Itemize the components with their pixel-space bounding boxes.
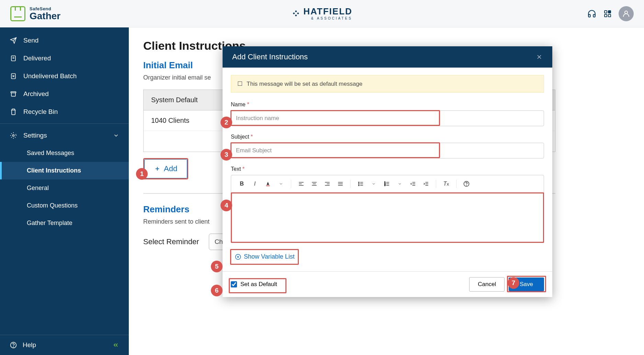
headset-icon[interactable] [587,9,597,19]
archive-icon [10,90,17,98]
file-icon [10,55,17,62]
sidebar-item-gather-template[interactable]: Gather Template [0,214,129,232]
sidebar-item-label: Undelivered Batch [23,72,77,80]
text-label: Text * [231,166,544,172]
company-name: HATFIELD [303,7,352,16]
clear-format-button[interactable]: Tx [441,179,451,189]
callout-badge-2: 2 [221,117,232,128]
subject-label: Subject * [231,134,544,140]
outdent-button[interactable] [408,179,418,189]
help-button[interactable] [461,179,472,189]
sidebar-item-settings[interactable]: Settings [0,127,129,144]
svg-text:3: 3 [384,184,385,186]
sidebar-item-send[interactable]: Send [0,32,129,49]
subject-input[interactable] [231,143,544,158]
chevron-down-icon [113,132,119,139]
dropdown-icon[interactable] [395,179,405,189]
align-justify-button[interactable] [335,179,346,189]
callout-badge-1: 1 [136,168,148,180]
italic-button[interactable]: I [250,179,260,189]
indent-button[interactable] [421,179,431,189]
svg-rect-1 [608,11,611,13]
gather-logo-icon [10,6,25,21]
sidebar-item-recycle[interactable]: Recycle Bin [0,103,129,121]
sidebar-item-archived[interactable]: Archived [0,85,129,103]
callout-badge-5: 5 [211,261,223,272]
svg-point-32 [359,182,359,182]
modal-title: Add Client Instructions [232,52,308,61]
sidebar-item-client-instructions[interactable]: Client Instructions [0,162,129,179]
svg-rect-2 [605,14,607,17]
help-icon [10,341,17,349]
rich-text-editor: B I 123 Tx [231,175,544,243]
dropdown-icon[interactable] [369,179,379,189]
apps-icon[interactable] [603,9,612,19]
align-left-button[interactable] [296,179,306,189]
svg-point-51 [466,185,467,186]
cancel-button[interactable]: Cancel [469,277,505,292]
modal-footer: Set as Default Cancel Save [223,271,552,297]
name-label: Name * [231,102,544,108]
select-reminder-label: Select Reminder [143,237,199,246]
sidebar-item-label: Settings [23,132,47,139]
callout-badge-4: 4 [221,200,232,211]
sidebar-item-general[interactable]: General [0,179,129,197]
callout-badge-7: 7 [508,277,519,289]
bullet-list-button[interactable] [355,179,366,189]
add-button-label: Add [164,164,177,173]
add-client-instructions-modal: Add Client Instructions ☐ This message w… [223,46,552,297]
set-default-checkbox[interactable] [231,281,237,287]
set-default-label: Set as Default [240,281,277,288]
sidebar-item-custom-questions[interactable]: Custom Questions [0,197,129,214]
svg-point-34 [359,185,359,186]
sidebar-item-saved-messages[interactable]: Saved Messages [0,144,129,162]
editor-textarea[interactable] [231,193,544,242]
trash-icon [10,108,17,116]
callout-badge-3: 3 [221,149,232,161]
editor-toolbar: B I 123 Tx [231,175,544,193]
gear-icon [10,132,17,139]
align-center-button[interactable] [309,179,319,189]
sidebar-item-label: Custom Questions [27,202,78,209]
sidebar-item-label: General [27,185,49,192]
show-variable-list-link[interactable]: Show Variable List [231,250,299,264]
company-tagline: & ASSOCIATES [303,16,352,20]
bold-button[interactable]: B [237,179,247,189]
sidebar-item-label: Saved Messages [27,150,74,157]
user-avatar[interactable] [619,6,634,21]
close-icon[interactable] [536,54,543,60]
plus-circle-icon [235,254,241,260]
app-logo: SafeSend Gather [10,6,60,21]
sidebar-item-label: Client Instructions [27,167,81,174]
number-list-button[interactable]: 123 [382,179,392,189]
callout-add-wrapper: Add [143,158,188,179]
svg-rect-11 [11,92,16,93]
svg-rect-0 [605,11,607,13]
text-color-button[interactable] [263,179,273,189]
align-right-button[interactable] [322,179,332,189]
sidebar-item-label: Gather Template [27,220,72,227]
sidebar: Send Delivered Undelivered Batch Archive… [0,27,129,355]
help-link[interactable]: Help [23,341,36,349]
add-button[interactable]: Add [144,159,187,178]
sidebar-item-delivered[interactable]: Delivered [0,49,129,67]
callout-box-4 [231,192,544,243]
sidebar-item-label: Delivered [23,55,51,62]
dropdown-icon[interactable] [276,179,286,189]
sidebar-footer: Help [0,335,129,355]
svg-point-33 [359,184,359,184]
svg-rect-19 [266,186,270,186]
name-input[interactable] [231,110,544,126]
svg-point-4 [625,11,628,14]
company-icon [292,10,300,18]
x-file-icon [10,72,17,80]
collapse-icon[interactable] [112,342,119,348]
set-default-checkbox-wrap[interactable]: Set as Default [231,281,277,288]
send-icon [10,37,17,44]
app-header: SafeSend Gather HATFIELD & ASSOCIATES [0,0,644,27]
callout-badge-6: 6 [211,285,223,296]
sidebar-item-undelivered[interactable]: Undelivered Batch [0,67,129,85]
logo-bottom-text: Gather [30,11,60,21]
variable-link-label: Show Variable List [244,253,295,260]
plus-icon [154,166,160,172]
